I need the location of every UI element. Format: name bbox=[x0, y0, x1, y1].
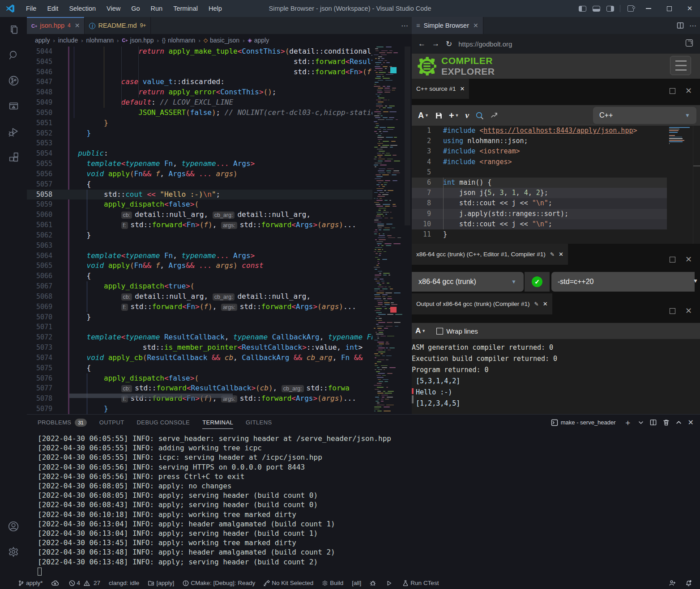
status-bell[interactable] bbox=[685, 580, 694, 586]
close-button[interactable]: ✕ bbox=[679, 0, 700, 17]
source-maximize-icon[interactable] bbox=[670, 88, 675, 94]
ce-source-editor[interactable]: 1#include <https://localhost:8443/apply/… bbox=[412, 126, 700, 244]
editor-more-actions-icon[interactable]: ⋯ bbox=[401, 17, 408, 34]
output-tab-close-icon[interactable]: ✕ bbox=[543, 301, 548, 307]
code-editor[interactable]: 5044 return apply_make_tuple<ConstThis>(… bbox=[27, 47, 372, 414]
account-icon[interactable] bbox=[0, 513, 27, 539]
terminal-process-label[interactable]: make - serve_header bbox=[561, 419, 616, 426]
reload-icon[interactable]: ↻ bbox=[446, 39, 452, 49]
open-external-icon[interactable] bbox=[686, 39, 693, 47]
wrap-lines-checkbox[interactable] bbox=[436, 328, 443, 335]
status-run-ctest[interactable]: Run CTest bbox=[402, 580, 439, 586]
panel-tab-debug-console[interactable]: DEBUG CONSOLE bbox=[137, 415, 190, 430]
status-person[interactable] bbox=[669, 580, 677, 586]
status-build[interactable]: Build bbox=[322, 580, 343, 586]
language-select[interactable]: C++ ▼ bbox=[593, 107, 696, 124]
source-control-icon[interactable] bbox=[0, 68, 27, 93]
compiler-tab-close-icon[interactable]: ✕ bbox=[559, 251, 563, 258]
split-editor-icon[interactable] bbox=[677, 22, 684, 29]
breadcrumb-item-json-hpp[interactable]: C+json.hpp bbox=[122, 37, 154, 44]
forward-icon[interactable]: → bbox=[432, 39, 440, 48]
compiler-options-field[interactable]: -std=c++20 bbox=[551, 272, 695, 292]
toggle-sidebar-icon[interactable] bbox=[579, 6, 586, 12]
close-panel-icon[interactable]: ✕ bbox=[688, 418, 694, 427]
tab-json-hpp[interactable]: C+json.hpp4✕ bbox=[27, 17, 85, 34]
run-debug-icon[interactable] bbox=[0, 119, 27, 144]
terminal-output[interactable]: [2022-04-30 06:05:55] INFO: serve_header… bbox=[38, 434, 391, 567]
zoom-icon[interactable] bbox=[475, 111, 484, 120]
editor-scrollbar[interactable] bbox=[404, 47, 411, 414]
minimize-button[interactable] bbox=[638, 0, 659, 17]
menu-help[interactable]: Help bbox=[203, 0, 227, 17]
status-4[interactable]: 427 bbox=[69, 580, 101, 586]
add-pane-icon[interactable]: +▼ bbox=[449, 110, 459, 121]
quick-benchmark-icon[interactable] bbox=[490, 111, 498, 119]
menu-view[interactable]: View bbox=[101, 0, 126, 17]
breadcrumb[interactable]: apply›include›nlohmann›C+json.hpp›{}nloh… bbox=[27, 34, 412, 47]
editor-horizontal-scrollbar[interactable] bbox=[69, 394, 233, 398]
vim-mode-icon[interactable]: v bbox=[465, 110, 469, 120]
status--all-[interactable]: [all] bbox=[352, 580, 361, 586]
output-pane-tab[interactable]: Output of x86-64 gcc (trunk) (Compiler #… bbox=[412, 293, 552, 314]
compiler-select[interactable]: x86-64 gcc (trunk) ▼ bbox=[412, 272, 524, 292]
menu-go[interactable]: Go bbox=[126, 0, 145, 17]
url-field[interactable]: https://godbolt.org bbox=[458, 40, 512, 48]
maximize-panel-icon[interactable] bbox=[676, 420, 682, 425]
menu-edit[interactable]: Edit bbox=[42, 0, 64, 17]
ce-logo-icon[interactable] bbox=[414, 55, 440, 78]
toggle-secondary-sidebar-icon[interactable] bbox=[606, 6, 614, 12]
tab-close-icon[interactable]: ✕ bbox=[473, 22, 478, 29]
panel-tab-gitlens[interactable]: GITLENS bbox=[246, 415, 272, 430]
breadcrumb-item-apply[interactable]: ◈apply bbox=[248, 37, 269, 44]
output-maximize-icon[interactable] bbox=[670, 308, 675, 314]
new-terminal-icon[interactable]: ＋ bbox=[624, 417, 632, 428]
menu-run[interactable]: Run bbox=[145, 0, 168, 17]
output-tab-edit-icon[interactable]: ✎ bbox=[534, 301, 539, 307]
breadcrumb-item-include[interactable]: include bbox=[58, 37, 78, 44]
status-bug[interactable] bbox=[370, 580, 378, 586]
split-terminal-icon[interactable] bbox=[650, 419, 657, 426]
tab-simple-browser[interactable]: ≡ Simple Browser ✕ bbox=[412, 17, 483, 34]
panel-tab-output[interactable]: OUTPUT bbox=[99, 415, 124, 430]
status-no-kit-selected[interactable]: No Kit Selected bbox=[264, 580, 313, 586]
customize-layout-icon[interactable] bbox=[627, 5, 634, 12]
remote-window-icon[interactable] bbox=[0, 93, 27, 119]
source-tab-close-icon[interactable]: ✕ bbox=[460, 85, 465, 92]
maximize-button[interactable] bbox=[659, 0, 679, 17]
breadcrumb-item-apply[interactable]: apply bbox=[35, 37, 50, 44]
tab-close-icon[interactable]: ✕ bbox=[75, 22, 80, 29]
compiler-pane-tab[interactable]: x86-64 gcc (trunk) (C++, Editor #1, Comp… bbox=[412, 244, 568, 265]
status--apply-[interactable]: [apply] bbox=[148, 580, 174, 586]
tab-readme-md[interactable]: iREADME.md9+ bbox=[85, 17, 151, 34]
minimap[interactable] bbox=[372, 47, 404, 414]
toggle-panel-icon[interactable] bbox=[593, 6, 600, 12]
more-actions-icon[interactable]: ⋯ bbox=[689, 21, 696, 30]
status-play[interactable] bbox=[386, 580, 394, 586]
source-pane-tab[interactable]: C++ source #1 ✕ bbox=[412, 79, 469, 99]
font-size-icon[interactable]: A▼ bbox=[418, 111, 429, 120]
menu-file[interactable]: File bbox=[21, 0, 42, 17]
save-icon[interactable] bbox=[435, 112, 443, 119]
settings-icon[interactable] bbox=[0, 539, 27, 564]
status-cloud[interactable] bbox=[51, 580, 60, 586]
breadcrumb-item-nlohmann[interactable]: nlohmann bbox=[86, 37, 114, 44]
status-apply-[interactable]: apply* bbox=[18, 580, 43, 586]
breadcrumb-item-nlohmann[interactable]: {}nlohmann bbox=[162, 37, 196, 44]
status-clangd-idle[interactable]: clangd: idle bbox=[109, 580, 139, 586]
options-caret-icon[interactable]: ▼ bbox=[693, 278, 698, 284]
terminal-dropdown-icon[interactable] bbox=[638, 420, 644, 425]
search-icon[interactable] bbox=[0, 42, 27, 68]
output-font-size-icon[interactable]: A▼ bbox=[415, 326, 426, 335]
hamburger-menu-icon[interactable] bbox=[670, 56, 691, 75]
back-icon[interactable]: ← bbox=[418, 39, 426, 48]
output-close-icon[interactable]: ✕ bbox=[685, 306, 692, 316]
compiler-tab-edit-icon[interactable]: ✎ bbox=[550, 251, 555, 258]
explorer-icon[interactable] bbox=[0, 17, 27, 42]
source-close-icon[interactable]: ✕ bbox=[685, 86, 692, 96]
kill-terminal-icon[interactable] bbox=[663, 419, 670, 426]
compiler-close-icon[interactable]: ✕ bbox=[685, 254, 692, 264]
compiler-maximize-icon[interactable] bbox=[670, 257, 675, 263]
breadcrumb-item-basic-json[interactable]: ◇basic_json bbox=[204, 37, 239, 44]
extensions-icon[interactable] bbox=[0, 144, 27, 170]
status-cmake-debug-ready[interactable]: CMake: [Debug]: Ready bbox=[183, 580, 255, 586]
